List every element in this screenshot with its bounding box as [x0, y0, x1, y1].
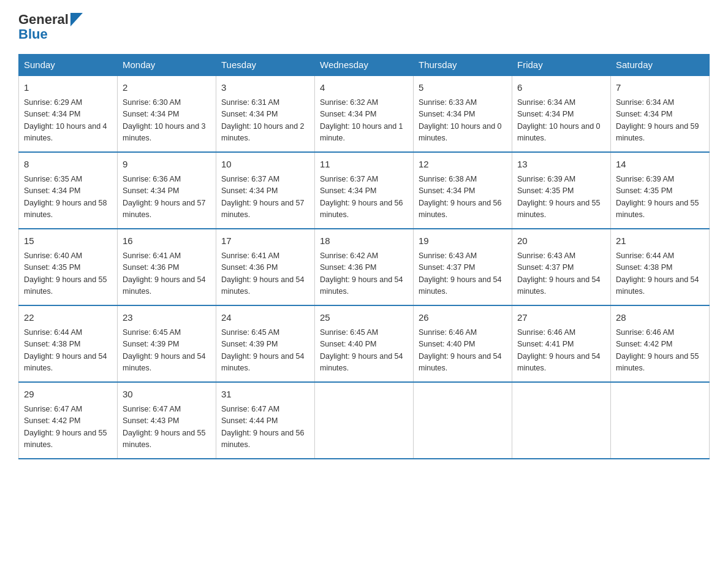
day-number: 12	[419, 158, 507, 172]
calendar-cell: 15Sunrise: 6:40 AMSunset: 4:35 PMDayligh…	[19, 229, 118, 305]
cell-content: Sunrise: 6:31 AMSunset: 4:34 PMDaylight:…	[221, 97, 309, 145]
calendar-cell: 25Sunrise: 6:45 AMSunset: 4:40 PMDayligh…	[315, 305, 414, 382]
cell-content: Sunrise: 6:30 AMSunset: 4:34 PMDaylight:…	[123, 97, 211, 145]
day-number: 9	[123, 158, 211, 172]
cell-content: Sunrise: 6:45 AMSunset: 4:39 PMDaylight:…	[123, 327, 211, 375]
calendar-cell: 10Sunrise: 6:37 AMSunset: 4:34 PMDayligh…	[216, 152, 315, 229]
calendar-cell: 1Sunrise: 6:29 AMSunset: 4:34 PMDaylight…	[19, 75, 118, 152]
cell-content: Sunrise: 6:38 AMSunset: 4:34 PMDaylight:…	[419, 174, 507, 221]
calendar-cell: 14Sunrise: 6:39 AMSunset: 4:35 PMDayligh…	[611, 152, 710, 229]
header-sunday: Sunday	[19, 55, 118, 76]
calendar-cell: 28Sunrise: 6:46 AMSunset: 4:42 PMDayligh…	[611, 305, 710, 382]
calendar-cell: 16Sunrise: 6:41 AMSunset: 4:36 PMDayligh…	[118, 229, 216, 305]
day-number: 3	[221, 81, 309, 95]
day-number: 16	[123, 234, 211, 248]
cell-content: Sunrise: 6:41 AMSunset: 4:36 PMDaylight:…	[221, 250, 309, 298]
day-number: 2	[123, 81, 211, 95]
day-number: 22	[24, 311, 112, 325]
day-number: 31	[221, 388, 309, 402]
calendar-cell: 31Sunrise: 6:47 AMSunset: 4:44 PMDayligh…	[216, 382, 315, 459]
day-number: 20	[517, 234, 605, 248]
calendar-cell: 3Sunrise: 6:31 AMSunset: 4:34 PMDaylight…	[216, 75, 315, 152]
header-wednesday: Wednesday	[315, 55, 414, 76]
day-number: 7	[616, 81, 704, 95]
calendar-header-row: SundayMondayTuesdayWednesdayThursdayFrid…	[19, 55, 710, 76]
cell-content: Sunrise: 6:34 AMSunset: 4:34 PMDaylight:…	[517, 97, 605, 145]
day-number: 1	[24, 81, 112, 95]
cell-content: Sunrise: 6:43 AMSunset: 4:37 PMDaylight:…	[419, 250, 507, 298]
calendar-cell: 22Sunrise: 6:44 AMSunset: 4:38 PMDayligh…	[19, 305, 118, 382]
logo: General Blue	[18, 12, 83, 42]
calendar-cell: 21Sunrise: 6:44 AMSunset: 4:38 PMDayligh…	[611, 229, 710, 305]
cell-content: Sunrise: 6:32 AMSunset: 4:34 PMDaylight:…	[320, 97, 408, 145]
cell-content: Sunrise: 6:47 AMSunset: 4:43 PMDaylight:…	[123, 404, 211, 451]
day-number: 10	[221, 158, 309, 172]
cell-content: Sunrise: 6:45 AMSunset: 4:40 PMDaylight:…	[320, 327, 408, 375]
week-row-5: 29Sunrise: 6:47 AMSunset: 4:42 PMDayligh…	[19, 382, 710, 459]
cell-content: Sunrise: 6:39 AMSunset: 4:35 PMDaylight:…	[517, 174, 605, 221]
day-number: 25	[320, 311, 408, 325]
week-row-1: 1Sunrise: 6:29 AMSunset: 4:34 PMDaylight…	[19, 75, 710, 152]
calendar-cell: 11Sunrise: 6:37 AMSunset: 4:34 PMDayligh…	[315, 152, 414, 229]
day-number: 5	[419, 81, 507, 95]
svg-marker-0	[70, 13, 83, 26]
logo-blue: Blue	[18, 27, 83, 42]
calendar-table: SundayMondayTuesdayWednesdayThursdayFrid…	[18, 54, 710, 459]
cell-content: Sunrise: 6:37 AMSunset: 4:34 PMDaylight:…	[221, 174, 309, 221]
cell-content: Sunrise: 6:37 AMSunset: 4:34 PMDaylight:…	[320, 174, 408, 221]
header-thursday: Thursday	[414, 55, 512, 76]
week-row-4: 22Sunrise: 6:44 AMSunset: 4:38 PMDayligh…	[19, 305, 710, 382]
calendar-cell: 9Sunrise: 6:36 AMSunset: 4:34 PMDaylight…	[118, 152, 216, 229]
calendar-cell: 20Sunrise: 6:43 AMSunset: 4:37 PMDayligh…	[512, 229, 611, 305]
calendar-cell: 13Sunrise: 6:39 AMSunset: 4:35 PMDayligh…	[512, 152, 611, 229]
day-number: 30	[123, 388, 211, 402]
day-number: 4	[320, 81, 408, 95]
day-number: 23	[123, 311, 211, 325]
calendar-cell	[414, 382, 512, 459]
header-tuesday: Tuesday	[216, 55, 315, 76]
page-header: General Blue	[18, 12, 710, 42]
calendar-cell: 30Sunrise: 6:47 AMSunset: 4:43 PMDayligh…	[118, 382, 216, 459]
cell-content: Sunrise: 6:36 AMSunset: 4:34 PMDaylight:…	[123, 174, 211, 221]
calendar-cell: 27Sunrise: 6:46 AMSunset: 4:41 PMDayligh…	[512, 305, 611, 382]
cell-content: Sunrise: 6:34 AMSunset: 4:34 PMDaylight:…	[616, 97, 704, 145]
day-number: 19	[419, 234, 507, 248]
day-number: 28	[616, 311, 704, 325]
calendar-cell: 12Sunrise: 6:38 AMSunset: 4:34 PMDayligh…	[414, 152, 512, 229]
cell-content: Sunrise: 6:40 AMSunset: 4:35 PMDaylight:…	[24, 250, 112, 298]
calendar-cell: 18Sunrise: 6:42 AMSunset: 4:36 PMDayligh…	[315, 229, 414, 305]
week-row-2: 8Sunrise: 6:35 AMSunset: 4:34 PMDaylight…	[19, 152, 710, 229]
cell-content: Sunrise: 6:29 AMSunset: 4:34 PMDaylight:…	[24, 97, 112, 145]
day-number: 24	[221, 311, 309, 325]
calendar-cell: 24Sunrise: 6:45 AMSunset: 4:39 PMDayligh…	[216, 305, 315, 382]
day-number: 26	[419, 311, 507, 325]
header-friday: Friday	[512, 55, 611, 76]
day-number: 6	[517, 81, 605, 95]
cell-content: Sunrise: 6:43 AMSunset: 4:37 PMDaylight:…	[517, 250, 605, 298]
day-number: 29	[24, 388, 112, 402]
calendar-cell: 5Sunrise: 6:33 AMSunset: 4:34 PMDaylight…	[414, 75, 512, 152]
calendar-cell	[315, 382, 414, 459]
cell-content: Sunrise: 6:39 AMSunset: 4:35 PMDaylight:…	[616, 174, 704, 221]
calendar-cell: 26Sunrise: 6:46 AMSunset: 4:40 PMDayligh…	[414, 305, 512, 382]
cell-content: Sunrise: 6:44 AMSunset: 4:38 PMDaylight:…	[616, 250, 704, 298]
calendar-cell: 2Sunrise: 6:30 AMSunset: 4:34 PMDaylight…	[118, 75, 216, 152]
logo-general: General	[18, 12, 69, 27]
calendar-cell: 19Sunrise: 6:43 AMSunset: 4:37 PMDayligh…	[414, 229, 512, 305]
calendar-cell: 8Sunrise: 6:35 AMSunset: 4:34 PMDaylight…	[19, 152, 118, 229]
day-number: 18	[320, 234, 408, 248]
cell-content: Sunrise: 6:45 AMSunset: 4:39 PMDaylight:…	[221, 327, 309, 375]
day-number: 17	[221, 234, 309, 248]
calendar-cell	[512, 382, 611, 459]
header-monday: Monday	[118, 55, 216, 76]
day-number: 8	[24, 158, 112, 172]
calendar-cell: 7Sunrise: 6:34 AMSunset: 4:34 PMDaylight…	[611, 75, 710, 152]
header-saturday: Saturday	[611, 55, 710, 76]
logo-triangle-icon	[70, 13, 83, 26]
cell-content: Sunrise: 6:41 AMSunset: 4:36 PMDaylight:…	[123, 250, 211, 298]
calendar-cell: 23Sunrise: 6:45 AMSunset: 4:39 PMDayligh…	[118, 305, 216, 382]
day-number: 15	[24, 234, 112, 248]
calendar-cell	[611, 382, 710, 459]
cell-content: Sunrise: 6:35 AMSunset: 4:34 PMDaylight:…	[24, 174, 112, 221]
week-row-3: 15Sunrise: 6:40 AMSunset: 4:35 PMDayligh…	[19, 229, 710, 305]
